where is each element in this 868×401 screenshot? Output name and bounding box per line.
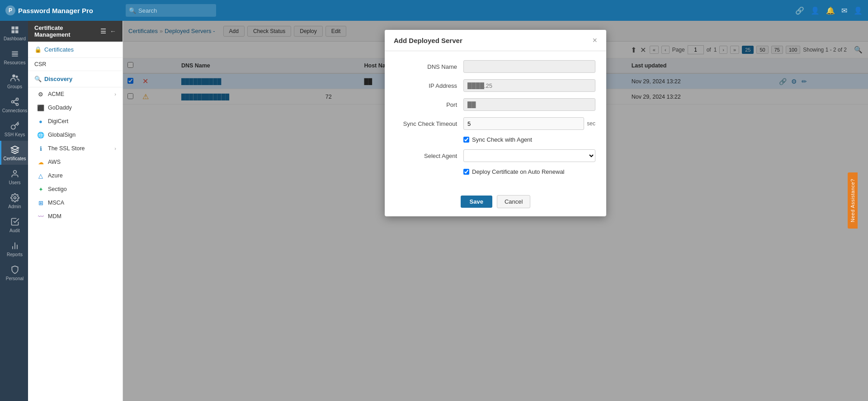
sync-check-agent-checkbox[interactable] [463,137,469,143]
discovery-icon: 🔍 [34,76,42,82]
back-icon[interactable]: ← [110,28,116,35]
sidebar-item-globalsign[interactable]: 🌐 GlobalSign [28,128,123,142]
globalsign-icon: 🌐 [37,131,44,138]
resources-icon [10,49,19,58]
certificates-label: Certificates [44,46,74,53]
svg-point-8 [16,103,18,105]
app-title-text: Password Manager Pro [18,7,93,14]
sectigo-icon: ✦ [37,186,44,193]
sidebar-item-connections[interactable]: Connections [0,93,28,117]
svg-rect-3 [15,30,18,33]
port-label: Port [396,101,463,108]
sidebar-item-acme[interactable]: ⚙ ACME › [28,87,123,101]
modal-close-button[interactable]: × [592,36,597,44]
sync-check-agent-text: Sync Check with Agent [472,136,532,143]
sidebar-label-audit: Audit [9,228,20,233]
svg-point-11 [13,171,16,174]
sidebar-item-mdm[interactable]: 〰 MDM [28,210,123,223]
ip-address-row: IP Address [396,79,595,92]
secondary-sidebar-header: Certificate Management ☰ ← [28,21,123,42]
cancel-button[interactable]: Cancel [497,195,530,208]
sidebar-item-azure[interactable]: △ Azure [28,169,123,182]
deploy-auto-renewal-label[interactable]: Deploy Certificate on Auto Renewal [463,168,565,175]
app-logo-icon: P [5,5,15,15]
sidebar-item-groups[interactable]: Groups [0,69,28,93]
sidebar-item-sectigo[interactable]: ✦ Sectigo [28,182,123,196]
sidebar-item-msca[interactable]: ⊞ MSCA [28,196,123,210]
godaddy-label: GoDaddy [48,105,72,111]
save-button[interactable]: Save [461,196,492,208]
personal-icon [10,265,19,274]
sidebar-item-resources[interactable]: Resources [0,45,28,69]
aws-icon: ☁ [37,158,44,166]
sidebar-item-certificates[interactable]: Certificates [0,141,28,165]
msca-label: MSCA [48,200,64,206]
modal-header: Add Deployed Server × [385,30,606,51]
content-area: Certificates » Deployed Servers - Add Ch… [123,21,868,401]
sidebar-item-users[interactable]: Users [0,165,28,189]
mdm-icon: 〰 [37,213,44,220]
sidebar-item-admin[interactable]: Admin [0,189,28,213]
sectigo-label: Sectigo [48,186,67,192]
ip-address-input[interactable] [463,79,595,92]
acme-icon: ⚙ [37,91,44,98]
sidebar-item-reports[interactable]: Reports [0,237,28,261]
top-header: P Password Manager Pro 🔍 🔗 👤 🔔 ✉ 👤 [0,0,868,21]
sidebar-item-certificates-top[interactable]: 🔒 Certificates [28,42,123,58]
svg-point-6 [16,98,18,100]
bell-icon[interactable]: 🔔 [826,6,835,15]
sync-timeout-input[interactable] [463,117,584,130]
mdm-label: MDM [48,213,61,220]
msca-icon: ⊞ [37,199,44,206]
sidebar-item-dashboard[interactable]: Dashboard [0,21,28,45]
svg-rect-2 [11,30,14,33]
user-icon[interactable]: 👤 [811,6,820,15]
select-agent-dropdown[interactable] [463,149,595,162]
ssh-icon [10,121,19,130]
port-row: Port [396,98,595,111]
sidebar-item-audit[interactable]: Audit [0,213,28,237]
add-deployed-server-modal: Add Deployed Server × DNS Name IP Addres… [385,30,606,216]
mail-icon[interactable]: ✉ [841,6,847,15]
sidebar-item-discovery[interactable]: 🔍 Discovery [28,71,123,87]
left-sidebar: Dashboard Resources Groups Connections S… [0,21,28,401]
sidebar-label-personal: Personal [6,276,24,281]
search-container: 🔍 [126,4,216,17]
select-agent-label: Select Agent [396,153,463,159]
deploy-auto-renewal-checkbox[interactable] [463,169,469,175]
sidebar-item-aws[interactable]: ☁ AWS [28,155,123,169]
acme-arrow-icon: › [114,91,116,97]
sync-timeout-suffix: sec [587,120,595,127]
svg-point-12 [14,197,16,199]
need-assistance-button[interactable]: Need Assistance? [848,172,858,229]
sync-timeout-label: Sync Check Timeout [396,120,463,127]
certificates-lock-icon: 🔒 [34,46,42,53]
admin-icon [10,193,19,202]
csr-label: CSR [34,61,46,67]
sync-check-agent-label[interactable]: Sync Check with Agent [463,136,532,143]
sidebar-item-csr[interactable]: CSR [28,58,123,71]
azure-label: Azure [48,172,63,179]
reports-icon [10,241,19,250]
deploy-auto-renewal-text: Deploy Certificate on Auto Renewal [472,168,565,175]
link-icon[interactable]: 🔗 [795,6,804,15]
groups-icon [10,73,19,82]
sidebar-item-godaddy[interactable]: ⬛ GoDaddy [28,101,123,115]
sync-timeout-input-container: sec [463,117,595,130]
sidebar-item-thesslstore[interactable]: ℹ The SSL Store › [28,142,123,155]
sidebar-item-personal[interactable]: Personal [0,261,28,285]
digicert-label: DigiCert [48,118,68,124]
dns-name-input[interactable] [463,60,595,73]
modal-footer: Save Cancel [385,191,606,216]
sidebar-label-users: Users [9,180,20,185]
search-input[interactable] [126,4,216,17]
hamburger-icon[interactable]: ☰ [100,28,106,35]
sidebar-item-ssh-keys[interactable]: SSH Keys [0,117,28,141]
sidebar-label-dashboard: Dashboard [4,36,26,41]
port-input[interactable] [463,98,595,111]
profile-icon[interactable]: 👤 [854,6,863,15]
audit-icon [10,217,19,226]
users-icon [10,169,19,178]
sidebar-item-digicert[interactable]: ● DigiCert [28,115,123,128]
connections-icon [10,97,19,106]
